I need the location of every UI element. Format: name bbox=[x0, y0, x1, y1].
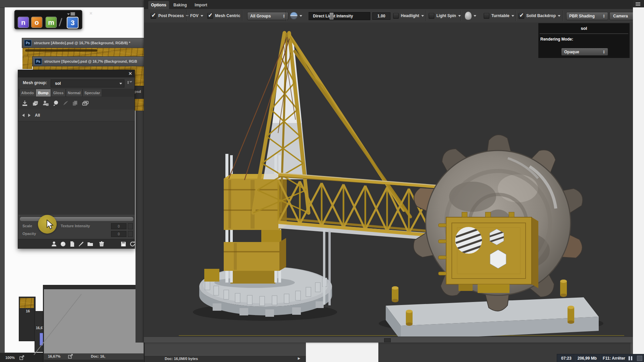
environment-sphere-icon[interactable] bbox=[290, 12, 298, 19]
post-process-control[interactable]: Post Process bbox=[151, 9, 189, 22]
ddo-app-icon[interactable]: o bbox=[31, 17, 42, 28]
overlay-divider bbox=[540, 34, 628, 34]
status-expand-arrow[interactable]: ▶ bbox=[298, 357, 300, 360]
layer-list-empty bbox=[19, 121, 135, 216]
nav-prev-icon[interactable] bbox=[22, 114, 24, 117]
recorder-panel-icon[interactable] bbox=[637, 356, 642, 361]
chevron-down-icon[interactable] bbox=[512, 15, 514, 17]
nav-next-icon[interactable] bbox=[28, 114, 31, 117]
panel-menu-icon[interactable] bbox=[127, 80, 132, 86]
headlight-checkbox[interactable] bbox=[393, 13, 399, 19]
mdo-app-icon[interactable]: m bbox=[46, 17, 57, 28]
mesh-group-dropdown[interactable]: sol bbox=[51, 79, 124, 87]
rendering-mode-dropdown[interactable]: Opaque ▲▼ bbox=[561, 48, 608, 56]
import-map-icon[interactable] bbox=[21, 100, 28, 107]
environment-control[interactable] bbox=[290, 9, 302, 22]
chevron-down-icon[interactable] bbox=[558, 15, 560, 17]
trash-icon[interactable] bbox=[98, 241, 105, 247]
hamburger-menu-icon[interactable] bbox=[636, 2, 640, 6]
export-arrow-icon[interactable] bbox=[19, 355, 25, 361]
threedo-app-icon[interactable]: 3 bbox=[67, 17, 78, 28]
panel-header[interactable]: ✕ bbox=[18, 70, 135, 78]
chevron-down-icon[interactable] bbox=[421, 15, 424, 17]
chevron-down-icon[interactable] bbox=[201, 15, 203, 17]
right-desktop-strip bbox=[633, 7, 644, 362]
opacity-value[interactable]: 0 bbox=[111, 231, 126, 237]
solid-backdrop-checkbox[interactable] bbox=[519, 13, 524, 19]
mesh-centric-control[interactable]: Mesh Centric bbox=[207, 9, 240, 22]
material-preview-icon[interactable] bbox=[42, 100, 49, 107]
texture-intensity-label: Texture Intensity bbox=[61, 224, 90, 228]
turntable-checkbox[interactable] bbox=[484, 13, 489, 19]
sphere-assign-icon[interactable] bbox=[52, 100, 59, 107]
tab-gloss[interactable]: Gloss bbox=[51, 89, 66, 97]
window-chrome-sliver bbox=[136, 111, 144, 343]
all-groups-dropdown[interactable]: All Groups▲▼ bbox=[247, 12, 288, 20]
group-all-label[interactable]: All bbox=[35, 113, 40, 118]
zoom-level[interactable]: 16,67% bbox=[48, 354, 60, 358]
save-icon[interactable] bbox=[120, 241, 127, 247]
direct-light-slider[interactable]: Direct Light Intensity bbox=[309, 12, 370, 20]
close-icon[interactable]: ✕ bbox=[128, 71, 132, 76]
tab-albedo[interactable]: Albedo bbox=[19, 89, 36, 97]
tab-specular[interactable]: Specular bbox=[83, 89, 102, 97]
chevron-down-icon[interactable] bbox=[474, 15, 476, 17]
stepper-icon: ▲▼ bbox=[603, 50, 605, 54]
window-title: structure [Albedo].psd @ 16,7% (Backgrou… bbox=[34, 41, 130, 45]
reload-layers-icon[interactable] bbox=[32, 100, 39, 107]
launcher-menu-icon[interactable] bbox=[70, 12, 75, 16]
mesh-centric-checkbox[interactable] bbox=[207, 13, 213, 19]
headlight-control[interactable]: Headlight bbox=[393, 9, 424, 22]
sphere-icon[interactable] bbox=[60, 241, 66, 247]
ndo-app-icon[interactable]: n bbox=[18, 17, 29, 28]
scale-slider-track[interactable] bbox=[19, 217, 134, 222]
tab-baking[interactable]: Baking bbox=[170, 1, 190, 9]
viewer-toolbar: Post Process FOV Mesh Centric All Groups… bbox=[144, 9, 633, 23]
post-process-checkbox[interactable] bbox=[151, 13, 156, 19]
solid-backdrop-control[interactable]: Solid Backdrop bbox=[519, 9, 560, 22]
launcher-menu-caret-icon[interactable] bbox=[67, 13, 70, 15]
mannequin-head-icon[interactable] bbox=[465, 12, 472, 20]
ps-window-title-specular[interactable]: Ps structure [Specular].psd @ 16,7% (Bac… bbox=[32, 56, 149, 66]
direct-light-value[interactable]: 1.00 bbox=[372, 12, 390, 20]
export-arrow-icon[interactable] bbox=[68, 354, 73, 359]
ps-window-title-albedo[interactable]: Ps structure [Albedo].psd @ 16,7% (Backg… bbox=[22, 38, 149, 48]
texture-intensity-spinner[interactable] bbox=[128, 223, 133, 229]
scrollbar-nub[interactable] bbox=[384, 338, 391, 342]
new-document-icon[interactable] bbox=[69, 241, 75, 247]
launcher-close-icon[interactable]: ✕ bbox=[89, 11, 93, 16]
pbr-shading-dropdown[interactable]: PBR Shading▲▼ bbox=[566, 12, 608, 20]
toolbar-separator bbox=[187, 10, 187, 21]
opacity-spinner[interactable] bbox=[128, 231, 133, 237]
refresh-icon[interactable] bbox=[129, 241, 136, 247]
folder-icon[interactable] bbox=[87, 241, 94, 247]
stepper-icon: ▲▼ bbox=[283, 14, 285, 18]
tab-bump[interactable]: Bump bbox=[36, 89, 51, 97]
stepper-icon: ▲▼ bbox=[603, 14, 605, 18]
camera-button[interactable]: Camera bbox=[609, 12, 633, 20]
turntable-control[interactable]: Turntable bbox=[484, 9, 514, 22]
recorder-memory: 206,99 Mb bbox=[575, 356, 599, 361]
brush-icon[interactable] bbox=[78, 241, 85, 247]
chevron-down-icon[interactable] bbox=[300, 15, 302, 17]
material-icon[interactable] bbox=[51, 241, 57, 247]
light-spin-control[interactable]: Light Spin bbox=[429, 9, 461, 22]
pause-icon[interactable] bbox=[629, 356, 632, 360]
viewport-3d[interactable]: sol Rendering Mode: Opaque ▲▼ bbox=[144, 22, 633, 337]
texture-intensity-value[interactable]: 0 bbox=[111, 223, 126, 229]
viewer-tab-bar: Options Baking Import bbox=[144, 0, 633, 9]
light-spin-checkbox[interactable] bbox=[429, 13, 434, 19]
tab-import[interactable]: Import bbox=[191, 1, 211, 9]
layer-stack-icon[interactable] bbox=[82, 100, 89, 107]
doc-size-readout: Doc: 16, bbox=[91, 354, 105, 358]
mesh-preview-control[interactable] bbox=[465, 9, 476, 22]
ps-mini-window-albedo[interactable]: 16 bbox=[19, 297, 36, 341]
toolbar-separator bbox=[563, 10, 564, 21]
tab-options[interactable]: Options bbox=[148, 1, 169, 9]
fov-control[interactable]: FOV bbox=[190, 9, 203, 22]
tab-normal[interactable]: Normal bbox=[66, 89, 83, 97]
mesh-group-value: sol bbox=[55, 81, 61, 86]
app-zoom-level[interactable]: 100% bbox=[5, 356, 15, 360]
slider-handle[interactable] bbox=[330, 13, 333, 19]
chevron-down-icon[interactable] bbox=[458, 15, 461, 17]
